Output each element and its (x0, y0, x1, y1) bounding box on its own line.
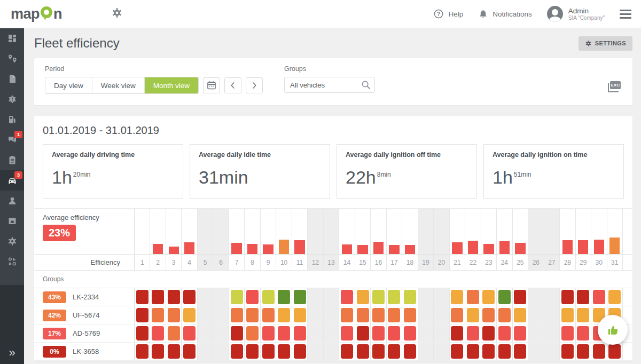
efficiency-cell-day-2[interactable] (150, 306, 166, 324)
efficiency-cell-day-4[interactable] (182, 288, 197, 306)
efficiency-cell-day-1[interactable] (135, 288, 150, 306)
efficiency-cell-day-30[interactable] (591, 288, 607, 306)
efficiency-cell-day-17[interactable] (387, 343, 402, 360)
efficiency-cell-day-15[interactable] (355, 306, 371, 324)
efficiency-cell-day-25[interactable] (513, 343, 528, 360)
efficiency-cell-day-10[interactable] (276, 343, 292, 360)
efficiency-cell-day-14[interactable] (339, 288, 355, 306)
efficiency-cell-day-28[interactable] (560, 288, 575, 306)
efficiency-cell-day-8[interactable] (245, 325, 260, 342)
efficiency-cell-day-24[interactable] (497, 325, 512, 342)
sidebar-item-tasks[interactable] (0, 150, 24, 170)
notifications-button[interactable]: Notifications (478, 9, 532, 19)
efficiency-cell-day-11[interactable] (292, 306, 308, 324)
efficiency-cell-day-18[interactable] (402, 343, 418, 360)
efficiency-cell-day-1[interactable] (135, 325, 150, 342)
efficiency-cell-day-31[interactable] (607, 288, 623, 306)
day-view-button[interactable]: Day view (45, 77, 92, 93)
efficiency-cell-day-22[interactable] (465, 288, 481, 306)
efficiency-cell-day-14[interactable] (339, 343, 355, 360)
efficiency-cell-day-24[interactable] (497, 288, 512, 306)
efficiency-cell-day-29[interactable] (576, 306, 591, 324)
vehicle-name[interactable]: LK-3658 (73, 347, 99, 355)
efficiency-cell-day-30[interactable] (591, 343, 607, 360)
sidebar-item-tracking[interactable] (0, 49, 24, 69)
vehicle-name[interactable]: UF-5674 (73, 311, 100, 319)
efficiency-cell-day-11[interactable] (292, 343, 308, 360)
mapon-logo[interactable]: mapn (11, 5, 62, 22)
sidebar-item-alerts[interactable] (0, 89, 24, 109)
efficiency-cell-day-10[interactable] (276, 306, 292, 324)
efficiency-cell-day-9[interactable] (261, 343, 276, 360)
efficiency-cell-day-10[interactable] (276, 325, 292, 342)
sidebar-item-documents[interactable] (0, 69, 24, 89)
efficiency-cell-day-29[interactable] (576, 343, 591, 360)
efficiency-cell-day-29[interactable] (576, 325, 591, 342)
efficiency-cell-day-17[interactable] (387, 325, 402, 342)
efficiency-cell-day-28[interactable] (560, 306, 575, 324)
sidebar-item-fleet[interactable]: 3 (0, 170, 24, 191)
efficiency-cell-day-23[interactable] (481, 306, 497, 324)
efficiency-cell-day-24[interactable] (497, 306, 512, 324)
efficiency-cell-day-7[interactable] (229, 325, 245, 342)
efficiency-cell-day-7[interactable] (229, 288, 245, 306)
header-gear-icon[interactable] (111, 7, 123, 21)
efficiency-cell-day-11[interactable] (292, 325, 308, 342)
efficiency-cell-day-23[interactable] (481, 325, 497, 342)
efficiency-cell-day-17[interactable] (387, 306, 402, 324)
efficiency-cell-day-21[interactable] (450, 288, 465, 306)
efficiency-cell-day-16[interactable] (371, 288, 386, 306)
efficiency-cell-day-9[interactable] (261, 288, 276, 306)
sidebar-item-fuel[interactable] (0, 109, 24, 130)
efficiency-cell-day-15[interactable] (355, 288, 371, 306)
efficiency-cell-day-22[interactable] (465, 306, 481, 324)
next-period-button[interactable] (246, 77, 263, 93)
search-icon[interactable] (361, 80, 371, 90)
efficiency-cell-day-25[interactable] (513, 325, 528, 342)
efficiency-cell-day-24[interactable] (497, 343, 512, 360)
sidebar-item-messages[interactable]: 1 (0, 130, 24, 150)
efficiency-cell-day-2[interactable] (150, 288, 166, 306)
month-view-button[interactable]: Month view (145, 77, 198, 93)
sidebar-item-tools[interactable] (0, 251, 24, 272)
efficiency-cell-day-7[interactable] (229, 306, 245, 324)
efficiency-cell-day-3[interactable] (166, 343, 182, 360)
efficiency-cell-day-25[interactable] (513, 306, 528, 324)
efficiency-cell-day-7[interactable] (229, 343, 245, 360)
efficiency-cell-day-18[interactable] (402, 288, 418, 306)
sidebar-item-dashboard[interactable] (0, 28, 24, 49)
efficiency-cell-day-4[interactable] (182, 325, 197, 342)
efficiency-cell-day-10[interactable] (276, 288, 292, 306)
efficiency-cell-day-8[interactable] (245, 343, 260, 360)
sidebar-item-tachograph[interactable] (0, 211, 24, 231)
week-view-button[interactable]: Week view (92, 77, 145, 93)
feedback-fab-button[interactable] (598, 315, 628, 345)
efficiency-cell-day-15[interactable] (355, 343, 371, 360)
efficiency-cell-day-16[interactable] (371, 306, 386, 324)
efficiency-cell-day-17[interactable] (387, 288, 402, 306)
efficiency-cell-day-2[interactable] (150, 343, 166, 360)
calendar-button[interactable] (203, 77, 220, 93)
efficiency-cell-day-29[interactable] (576, 288, 591, 306)
efficiency-cell-day-22[interactable] (465, 325, 481, 342)
efficiency-cell-day-21[interactable] (450, 325, 465, 342)
efficiency-cell-day-16[interactable] (371, 343, 386, 360)
efficiency-cell-day-21[interactable] (450, 343, 465, 360)
prev-period-button[interactable] (224, 77, 241, 93)
help-button[interactable]: ? Help (433, 9, 463, 19)
efficiency-cell-day-3[interactable] (166, 306, 182, 324)
efficiency-cell-day-21[interactable] (450, 306, 465, 324)
efficiency-cell-day-23[interactable] (481, 288, 497, 306)
vehicle-name[interactable]: AD-5769 (73, 329, 100, 337)
efficiency-cell-day-8[interactable] (245, 306, 260, 324)
efficiency-cell-day-3[interactable] (166, 288, 182, 306)
efficiency-cell-day-11[interactable] (292, 288, 308, 306)
efficiency-cell-day-1[interactable] (135, 343, 150, 360)
efficiency-cell-day-25[interactable] (513, 288, 528, 306)
efficiency-cell-day-23[interactable] (481, 343, 497, 360)
efficiency-cell-day-18[interactable] (402, 306, 418, 324)
efficiency-cell-day-2[interactable] (150, 325, 166, 342)
efficiency-cell-day-9[interactable] (261, 306, 276, 324)
efficiency-cell-day-18[interactable] (402, 325, 418, 342)
efficiency-cell-day-4[interactable] (182, 306, 197, 324)
